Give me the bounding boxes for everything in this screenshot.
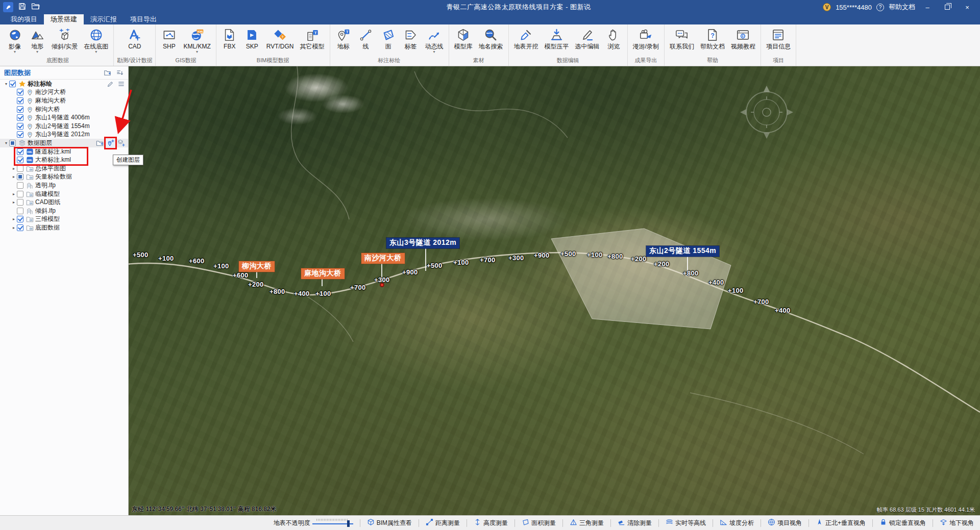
ribbon-button-动态线[interactable]: 动态线▾	[422, 26, 447, 56]
layer-row-三维模型[interactable]: ▸三维模型	[8, 215, 128, 224]
layer-checkbox[interactable]	[17, 216, 23, 222]
expander-closed-icon[interactable]: ▸	[11, 192, 17, 196]
ribbon-button-线[interactable]: 线	[355, 26, 377, 56]
status-tool-三角测量[interactable]: 三角测量	[570, 518, 604, 527]
layer-checkbox[interactable]	[17, 182, 23, 189]
layer-checkbox[interactable]	[17, 89, 23, 95]
layer-checkbox[interactable]	[9, 140, 16, 146]
sort-layers-icon[interactable]	[115, 68, 124, 77]
layer-row-大桥标注.kml[interactable]: KML大桥标注.kml	[8, 156, 128, 164]
ribbon-button-漫游/录制[interactable]: 漫游/录制	[630, 26, 662, 56]
open-folder-icon[interactable]	[31, 3, 40, 12]
layer-row-CAD图纸[interactable]: ▸CAD图纸	[8, 198, 128, 207]
surface-opacity-slider[interactable]	[312, 518, 353, 527]
tab-项目导出[interactable]: 项目导出	[124, 14, 163, 24]
layer-row-东山1号隧道 4006m[interactable]: 东山1号隧道 4006m	[8, 113, 128, 122]
layer-row-临建模型[interactable]: ▸临建模型	[8, 190, 128, 198]
layer-row-总体平面图[interactable]: ▸总体平面图	[8, 164, 128, 173]
expander-closed-icon[interactable]: ▸	[11, 225, 17, 230]
status-tool-地下视角[interactable]: 地下视角	[940, 518, 974, 527]
save-icon[interactable]	[18, 3, 26, 12]
status-tool-清除测量[interactable]: 清除测量	[618, 518, 652, 527]
ribbon-button-其它模型[interactable]: T其它模型	[297, 26, 328, 56]
status-tool-坡度分析[interactable]: 坡度分析	[720, 518, 754, 527]
layer-row-南沙河大桥[interactable]: 南沙河大桥	[8, 88, 128, 97]
ribbon-button-浏览[interactable]: 浏览	[603, 26, 625, 56]
expander-closed-icon[interactable]: ▸	[11, 200, 17, 205]
layer-row-柳沟大桥[interactable]: 柳沟大桥	[8, 105, 128, 114]
tab-演示汇报[interactable]: 演示汇报	[84, 14, 124, 24]
layer-row-矢量标绘数据[interactable]: ▸矢量标绘数据	[8, 173, 128, 182]
ribbon-button-影像[interactable]: 影像▾	[4, 26, 26, 56]
tunnel-badge[interactable]: 东山3号隧道 2012m	[386, 238, 459, 248]
ribbon-button-RVT/DGN[interactable]: ?RVT/DGN	[263, 26, 297, 56]
help-question-icon[interactable]: ?	[876, 4, 884, 11]
ribbon-button-模型压平[interactable]: 模型压平	[542, 26, 572, 56]
ribbon-button-联系我们[interactable]: 联系我们	[667, 26, 697, 56]
layer-checkbox[interactable]	[9, 81, 16, 87]
bridge-badge[interactable]: 麻地沟大桥	[301, 268, 345, 279]
folder-add-icon[interactable]	[95, 139, 104, 147]
edit-icon[interactable]	[106, 80, 115, 88]
ribbon-button-FBX[interactable]: FBX	[218, 26, 241, 56]
ribbon-button-视频教程[interactable]: 视频教程	[728, 26, 758, 56]
status-tool-距离测量[interactable]: 距离测量	[426, 518, 460, 527]
layers-add-icon[interactable]	[117, 139, 126, 147]
layer-checkbox[interactable]	[17, 148, 23, 155]
ribbon-button-地标[interactable]: T地标	[332, 26, 355, 56]
list-icon[interactable]	[117, 80, 126, 88]
expander-closed-icon[interactable]: ▸	[11, 217, 17, 221]
layer-checkbox[interactable]	[17, 131, 23, 138]
tunnel-badge[interactable]: 东山2号隧道 1554m	[646, 246, 719, 257]
status-tool-高度测量[interactable]: 高度测量	[474, 518, 508, 527]
layer-row-数据图层[interactable]: ▾数据图层	[0, 139, 128, 147]
layer-row-隧道标注.kml[interactable]: KML隧道标注.kml	[8, 147, 128, 156]
status-tool-BIM属性查看[interactable]: BIM属性查看	[367, 518, 412, 527]
layer-checkbox[interactable]	[17, 123, 23, 130]
layer-checkbox[interactable]	[17, 97, 23, 104]
close-button[interactable]: ×	[960, 1, 975, 13]
bridge-badge[interactable]: 柳沟大桥	[239, 261, 275, 272]
tab-我的项目[interactable]: 我的项目	[4, 14, 44, 24]
status-tool-锁定垂直视角[interactable]: 锁定垂直视角	[879, 518, 926, 527]
layer-checkbox[interactable]	[17, 208, 23, 214]
layer-checkbox[interactable]	[17, 157, 23, 163]
ribbon-button-选中编辑[interactable]: 选中编辑	[572, 26, 603, 56]
account-name[interactable]: 155****4480	[836, 4, 872, 11]
ribbon-button-KML/KMZ[interactable]: KMLKML/KMZ▾	[180, 26, 213, 56]
ribbon-button-帮助文档[interactable]: ?帮助文档	[697, 26, 728, 56]
tab-场景搭建[interactable]: 场景搭建	[44, 14, 84, 24]
layer-row-底图数据[interactable]: ▸底图数据	[8, 223, 128, 232]
ribbon-button-标签[interactable]: 标签	[400, 26, 422, 56]
layer-row-麻地沟大桥[interactable]: 麻地沟大桥	[8, 96, 128, 105]
layer-row-标注标绘[interactable]: ▾标注标绘	[0, 80, 128, 88]
layer-checkbox[interactable]	[17, 165, 23, 172]
bridge-badge[interactable]: 南沙河大桥	[361, 253, 405, 264]
layer-row-东山2号隧道 1554m[interactable]: 东山2号隧道 1554m	[8, 122, 128, 131]
pin-add-boxed-icon[interactable]	[106, 139, 115, 147]
layer-checkbox[interactable]	[17, 173, 23, 180]
ribbon-button-倾斜/实景[interactable]: 倾斜/实景	[48, 26, 81, 56]
expander-closed-icon[interactable]: ▸	[11, 166, 17, 171]
status-tool-正北+垂直视角[interactable]: 正北+垂直视角	[816, 518, 866, 527]
compass-navigator[interactable]	[736, 82, 797, 143]
ribbon-button-地名搜索[interactable]: 地名搜索	[476, 26, 506, 56]
layer-checkbox[interactable]	[17, 114, 23, 121]
status-tool-面积测量[interactable]: 面积测量	[522, 518, 556, 527]
ribbon-button-SHP[interactable]: SHP	[158, 26, 180, 56]
ribbon-button-地形[interactable]: 地形▾	[26, 26, 48, 56]
layer-checkbox[interactable]	[17, 199, 23, 206]
add-group-folder-icon[interactable]	[103, 68, 112, 77]
help-doc-link[interactable]: 帮助文档	[889, 3, 915, 12]
layer-checkbox[interactable]	[17, 106, 23, 113]
restore-button[interactable]	[940, 1, 955, 13]
ribbon-button-项目信息[interactable]: 项目信息	[763, 26, 794, 56]
layer-checkbox[interactable]	[17, 191, 23, 197]
status-tool-项目视角[interactable]: 项目视角	[768, 518, 802, 527]
layer-row-东山3号隧道 2012m[interactable]: 东山3号隧道 2012m	[8, 131, 128, 139]
ribbon-button-面[interactable]: 面	[377, 26, 400, 56]
ribbon-button-地表开挖[interactable]: 地表开挖	[511, 26, 542, 56]
layer-row-透明.lfp[interactable]: 透明.lfp	[8, 181, 128, 190]
ribbon-button-CAD[interactable]: CAD	[124, 26, 146, 56]
ribbon-button-模型库[interactable]: 模型库	[451, 26, 476, 56]
